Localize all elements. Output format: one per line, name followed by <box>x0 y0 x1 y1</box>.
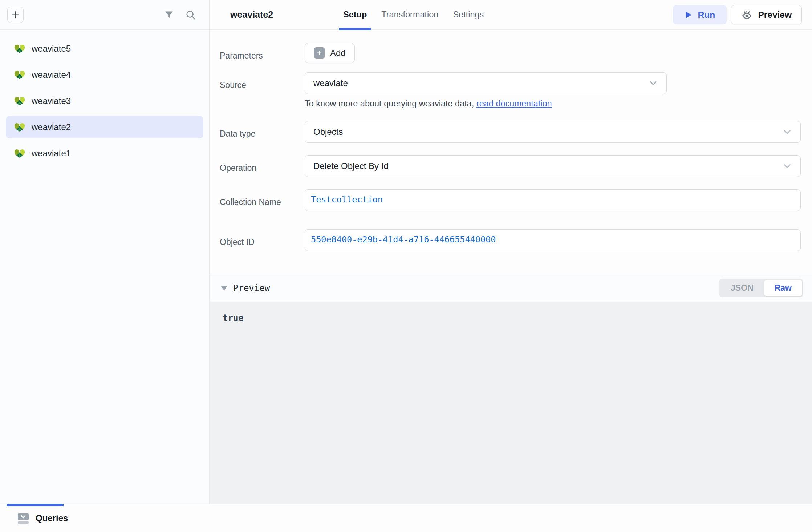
query-tabs: Setup Transformation Settings <box>339 0 488 29</box>
run-button-label: Run <box>698 10 715 20</box>
queries-panel-tab[interactable]: Queries <box>17 512 68 525</box>
content: weaviate5 weaviate4 weaviate3 weaviate2 … <box>0 0 812 504</box>
weaviate-icon <box>13 70 26 80</box>
run-button[interactable]: Run <box>673 5 727 24</box>
toggle-json[interactable]: JSON <box>720 280 764 296</box>
query-title: weaviate2 <box>230 0 339 29</box>
tab-settings[interactable]: Settings <box>448 0 488 29</box>
collection-name-label: Collection Name <box>220 189 305 211</box>
search-icon <box>185 9 196 20</box>
chevron-down-icon <box>781 160 793 172</box>
preview-section-header: Preview JSON Raw <box>210 274 812 302</box>
query-item-label: weaviate2 <box>32 122 71 132</box>
query-list: weaviate5 weaviate4 weaviate3 weaviate2 … <box>0 30 209 504</box>
data-type-select[interactable]: Objects <box>305 121 801 143</box>
weaviate-icon <box>13 148 26 159</box>
active-tab-indicator <box>7 504 64 506</box>
source-select[interactable]: weaviate <box>305 72 667 94</box>
query-item-label: weaviate5 <box>32 44 71 54</box>
query-item-weaviate1[interactable]: weaviate1 <box>6 142 203 165</box>
parameters-label: Parameters <box>220 43 305 63</box>
object-id-label: Object ID <box>220 229 305 251</box>
object-id-input[interactable]: 550e8400-e29b-41d4-a716-446655440000 <box>305 229 801 251</box>
query-editor-app: weaviate5 weaviate4 weaviate3 weaviate2 … <box>0 0 812 532</box>
source-select-value: weaviate <box>313 78 647 88</box>
data-type-select-value: Objects <box>313 127 781 137</box>
data-type-label: Data type <box>220 121 305 143</box>
plus-icon <box>11 10 20 19</box>
query-item-label: weaviate1 <box>32 148 71 158</box>
weaviate-icon <box>13 44 26 54</box>
parameters-row: Parameters Add <box>220 43 801 63</box>
read-documentation-link[interactable]: read documentation <box>476 99 552 108</box>
query-item-weaviate4[interactable]: weaviate4 <box>6 64 203 86</box>
chevron-down-icon <box>781 126 793 138</box>
preview-mode-toggle: JSON Raw <box>719 279 803 297</box>
preview-button-label: Preview <box>758 10 792 20</box>
collapse-caret-icon[interactable] <box>221 286 227 290</box>
source-help-prefix: To know more about querying weaviate dat… <box>305 99 476 108</box>
plus-chip-icon <box>314 47 325 59</box>
preview-section-title: Preview <box>233 283 270 293</box>
operation-select-value: Delete Object By Id <box>313 161 781 171</box>
filter-queries-button[interactable] <box>164 9 174 20</box>
query-item-label: weaviate3 <box>32 96 71 106</box>
weaviate-icon <box>13 96 26 106</box>
source-row: Source weaviate To know more about query… <box>220 72 801 109</box>
queries-panel-icon <box>17 512 30 525</box>
operation-select[interactable]: Delete Object By Id <box>305 155 801 177</box>
query-item-weaviate5[interactable]: weaviate5 <box>6 37 203 60</box>
queries-panel-label: Queries <box>36 513 68 523</box>
header-actions: Run Preview <box>673 0 802 29</box>
filter-icon <box>164 9 174 20</box>
add-query-button[interactable] <box>7 7 24 23</box>
weaviate-icon <box>13 122 26 133</box>
object-id-row: Object ID 550e8400-e29b-41d4-a716-446655… <box>220 229 801 251</box>
tab-setup[interactable]: Setup <box>339 0 371 29</box>
add-parameter-label: Add <box>330 48 346 58</box>
main-panel: weaviate2 Setup Transformation Settings … <box>210 0 812 504</box>
bottom-panel-bar: Queries <box>0 504 812 532</box>
toggle-raw[interactable]: Raw <box>764 280 802 296</box>
query-item-weaviate3[interactable]: weaviate3 <box>6 90 203 112</box>
operation-label: Operation <box>220 155 305 177</box>
operation-row: Operation Delete Object By Id <box>220 155 801 177</box>
preview-button[interactable]: Preview <box>731 5 802 24</box>
preview-output-value: true <box>223 313 244 323</box>
collection-name-row: Collection Name Testcollection <box>220 189 801 211</box>
play-icon <box>685 11 692 19</box>
setup-form: Parameters Add Source <box>210 30 812 274</box>
tab-transformation[interactable]: Transformation <box>377 0 443 29</box>
search-queries-button[interactable] <box>185 9 196 20</box>
source-label: Source <box>220 72 305 109</box>
preview-output: true <box>210 302 812 504</box>
sidebar-header <box>0 0 209 30</box>
add-parameter-button[interactable]: Add <box>305 43 355 63</box>
eye-icon <box>741 9 752 20</box>
main-header: weaviate2 Setup Transformation Settings … <box>210 0 812 30</box>
query-item-label: weaviate4 <box>32 70 71 80</box>
chevron-down-icon <box>647 77 659 89</box>
query-sidebar: weaviate5 weaviate4 weaviate3 weaviate2 … <box>0 0 210 504</box>
source-help-text: To know more about querying weaviate dat… <box>305 99 801 109</box>
query-item-weaviate2[interactable]: weaviate2 <box>6 116 203 138</box>
collection-name-input[interactable]: Testcollection <box>305 189 801 211</box>
data-type-row: Data type Objects <box>220 121 801 143</box>
